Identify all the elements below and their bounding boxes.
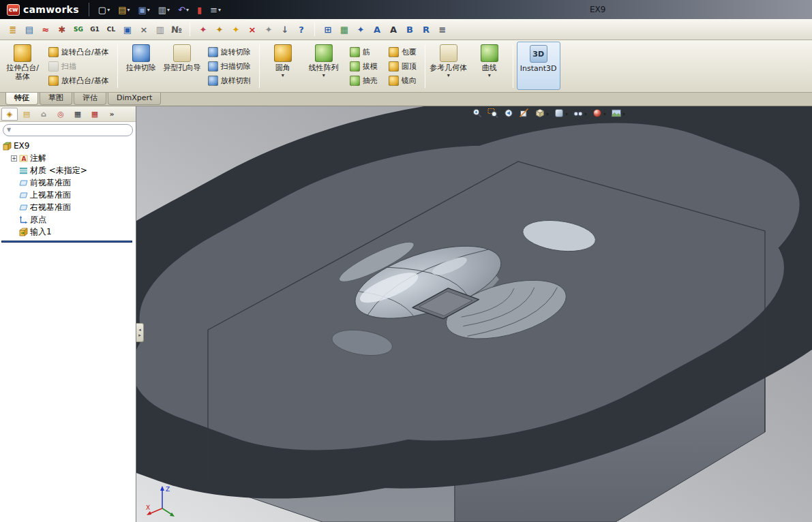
tab-dimxpert[interactable]: DimXpert [108,93,161,105]
curves-button[interactable]: 曲线▾ [470,42,509,90]
view-orientation-button[interactable]: ▾ [535,108,549,121]
g1-badge-button[interactable]: G1 [87,22,102,37]
dimxpertmanager-tab[interactable]: ◎ [52,108,69,121]
hole-wizard-button[interactable]: 异型孔向导 [162,42,202,90]
dropdown-arrow-icon[interactable]: ▾ [218,7,221,13]
drill-gray-button[interactable]: ✦ [261,22,276,37]
print-button[interactable]: ▥▾ [156,4,172,16]
dropdown-arrow-icon[interactable]: ▾ [186,7,189,13]
hide-show-items-button[interactable]: ▾ [573,108,587,121]
dropdown-arrow-icon[interactable]: ▾ [447,72,450,78]
rebuild-stoplight-button[interactable]: ▮ [195,4,204,16]
dome-button[interactable]: 圆顶 [385,59,420,73]
graphics-area[interactable] [136,106,812,522]
mirror-button[interactable]: 镜向 [385,74,420,87]
down-arrow-button[interactable]: ↓ [277,22,292,37]
save-button[interactable]: ▣▾ [136,4,151,16]
rollback-bar[interactable] [1,241,132,243]
tree-item[interactable]: +A注解 [0,152,136,164]
sg-badge-button[interactable]: SG [71,22,86,37]
stack-gold-button[interactable]: ≣ [5,22,20,37]
extruded-cut-button[interactable]: 拉伸切除 [121,42,161,90]
wrap-button[interactable]: 包覆 [385,45,420,59]
extruded-boss-base-button[interactable]: 拉伸凸台/基体 [3,42,42,90]
sheet-button[interactable]: ▥ [153,22,168,37]
letter-r-blue-button[interactable]: R [419,22,434,37]
propertymanager-tab[interactable]: ▤ [18,108,35,121]
display-style-button[interactable]: ▾ [554,108,568,121]
graphics-viewport[interactable]: ▾▾▾▾▾ ◂ ▸ Z X [136,106,812,522]
tab-sketch[interactable]: 草图 [40,93,72,105]
apply-scene-button[interactable]: ▾ [611,108,625,121]
dropdown-arrow-icon[interactable]: ▾ [584,111,587,117]
zoom-to-fit-button[interactable] [472,108,483,121]
tree-item[interactable]: 原点 [0,213,136,226]
drill-blue-button[interactable]: ✦ [353,22,368,37]
tree-item[interactable]: 上视基准面 [0,189,136,201]
dropdown-arrow-icon[interactable]: ▾ [147,7,150,13]
tree-filter-input[interactable] [3,124,133,136]
tree-item[interactable]: 材质 <未指定> [0,164,136,176]
list-equals-button[interactable]: ≡ [435,22,450,37]
dropdown-arrow-icon[interactable]: ▾ [127,7,130,13]
options-list-button[interactable]: ≡▾ [208,4,223,16]
instant3d-button[interactable]: 3DInstant3D [517,42,560,90]
fillet-button[interactable]: 圆角▾ [263,42,303,90]
tab-evaluate[interactable]: 评估 [74,93,106,105]
help-button[interactable]: ? [294,22,309,37]
gear-button[interactable]: ✱ [55,22,70,37]
camworks-feature-tree-tab[interactable]: ▦ [70,108,86,121]
new-document-button[interactable]: ▢▾ [96,4,112,16]
shell-button[interactable]: 抽壳 [346,74,381,87]
dropdown-arrow-icon[interactable]: ▾ [603,111,606,117]
dropdown-arrow-icon[interactable]: ▾ [282,72,284,78]
revolved-cut-button[interactable]: 旋转切除 [205,45,254,59]
section-view-button[interactable] [519,108,530,121]
drill-gold-button[interactable]: ✦ [212,22,227,37]
scissors-button[interactable]: × [136,22,151,37]
letter-a-dark-button[interactable]: A [386,22,401,37]
dropdown-arrow-icon[interactable]: ▾ [322,72,325,78]
previous-view-button[interactable] [503,108,514,121]
cl-badge-button[interactable]: CL [104,22,119,37]
dropdown-arrow-icon[interactable]: ▾ [167,7,170,13]
drill-red-button[interactable]: ✦ [196,22,211,37]
dropdown-arrow-icon[interactable]: ▾ [107,7,110,13]
expand-toggle[interactable]: + [11,155,17,162]
rib-button[interactable]: 筋 [346,45,381,59]
tree-item[interactable]: 右视基准面 [0,201,136,213]
swept-cut-button[interactable]: 扫描切除 [205,59,254,73]
dropdown-arrow-icon[interactable]: ▾ [546,111,549,117]
letter-b-blue-button[interactable]: B [402,22,417,37]
tree-item[interactable]: 前视基准面 [0,176,136,189]
red-wave-button[interactable]: ≈ [38,22,53,37]
edit-appearance-button[interactable]: ▾ [592,108,606,121]
grid-plus-button[interactable]: ⊞ [320,22,335,37]
tab-features[interactable]: 特征 [5,93,38,105]
reference-geometry-button[interactable]: 参考几何体▾ [429,42,468,90]
lofted-cut-button[interactable]: 放样切割 [205,74,254,87]
monitor-button[interactable]: ▣ [120,22,135,37]
open-folder-button[interactable]: ▤▾ [116,4,132,16]
tree-item[interactable]: 输入1 [0,226,136,238]
drill-cross-red-button[interactable]: × [245,22,260,37]
checklist-button[interactable]: ▦ [337,22,352,37]
lofted-boss-base-button[interactable]: 放样凸台/基体 [45,74,112,87]
zoom-to-area-button[interactable] [487,108,498,121]
numbered-list-button[interactable]: № [169,22,184,37]
letter-a-blue-button[interactable]: A [370,22,385,37]
panel-splitter-handle[interactable]: ◂ ▸ [136,323,144,342]
dropdown-arrow-icon[interactable]: ▾ [488,72,491,78]
notebook-button[interactable]: ▤ [22,22,37,37]
dropdown-arrow-icon[interactable]: ▾ [565,111,568,117]
mold-cavity[interactable] [228,175,717,401]
linear-pattern-button[interactable]: 线性阵列▾ [304,42,344,90]
drill-yellow-button[interactable]: ✦ [228,22,243,37]
featuremanager-tree-tab[interactable]: ◈ [1,108,18,121]
dropdown-arrow-icon[interactable]: ▾ [622,111,625,117]
revolved-boss-base-button[interactable]: 旋转凸台/基体 [45,45,112,59]
undo-button[interactable]: ↶▾ [176,4,191,16]
draft-button[interactable]: 拔模 [346,59,381,73]
panel-tabs-overflow[interactable]: » [104,108,120,121]
configurationmanager-tab[interactable]: ⌂ [35,108,52,121]
